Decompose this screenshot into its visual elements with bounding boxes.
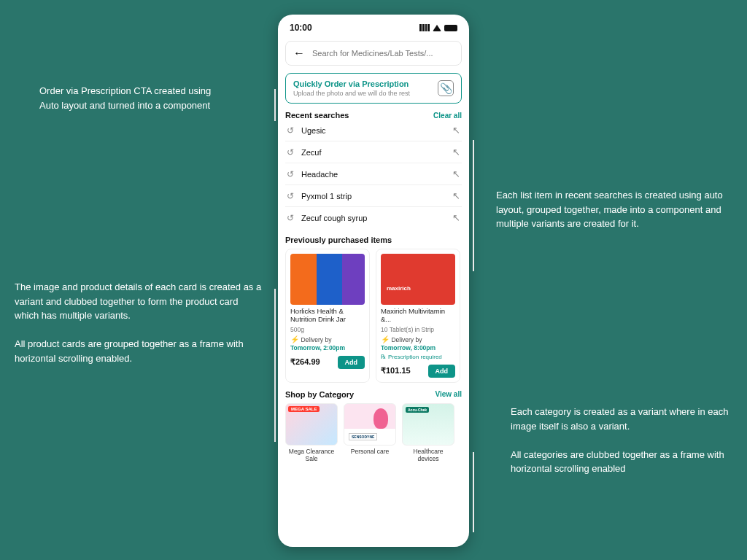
product-delivery: ⚡ Delivery byTomorrow, 2:00pm	[290, 335, 365, 351]
wifi-icon	[433, 25, 441, 31]
status-bar: 10:00	[278, 15, 469, 41]
recent-search-item[interactable]: ↺ Zecuf ↖	[285, 141, 462, 163]
history-icon: ↺	[287, 191, 294, 201]
category-image	[402, 403, 454, 446]
mega-sale-badge: MEGA SALE	[288, 406, 320, 412]
bolt-icon: ⚡	[381, 335, 390, 343]
product-image	[381, 254, 455, 305]
category-item[interactable]: MEGA SALE Mega Clearance Sale	[285, 403, 338, 462]
product-card[interactable]: Maxirich Multivitamin &... 10 Tablet(s) …	[376, 249, 460, 383]
annotation-cta: Order via Prescription CTA created using…	[39, 84, 214, 112]
category-item[interactable]: Healthcare devices	[402, 403, 454, 462]
insert-arrow-icon[interactable]: ↖	[452, 125, 460, 136]
category-row[interactable]: MEGA SALE Mega Clearance Sale Personal c…	[285, 403, 462, 462]
prescription-required: ℞ Prescription required	[381, 354, 455, 360]
category-item[interactable]: Personal care	[344, 403, 396, 462]
history-icon: ↺	[287, 147, 294, 158]
recent-search-item[interactable]: ↺ Zecuf cough syrup ↖	[285, 207, 462, 228]
prev-purchased-title: Previously purchased items	[285, 236, 392, 244]
recent-searches-title: Recent searches	[285, 111, 349, 120]
history-icon: ↺	[287, 125, 294, 136]
recent-search-label: Ugesic	[301, 126, 445, 135]
view-all-button[interactable]: View all	[435, 390, 462, 398]
history-icon: ↺	[287, 169, 294, 179]
clear-all-button[interactable]: Clear all	[433, 112, 462, 120]
product-card-row[interactable]: Horlicks Health & Nutrition Drink Jar 50…	[285, 249, 462, 383]
category-title: Shop by Category	[285, 390, 354, 399]
cta-title: Quickly Order via Prescription	[293, 79, 410, 88]
attachment-icon[interactable]: 📎	[438, 80, 454, 96]
connector-line	[473, 452, 474, 532]
search-input[interactable]	[312, 49, 454, 58]
insert-arrow-icon[interactable]: ↖	[452, 147, 460, 158]
annotation-product-cards: The image and product details of each ca…	[15, 280, 263, 365]
product-name: Maxirich Multivitamin &...	[381, 307, 455, 324]
product-sub: 10 Tablet(s) in Strip	[381, 326, 455, 333]
category-label: Personal care	[351, 448, 389, 455]
phone-mock: 10:00 ← Quickly Order via Prescription U…	[278, 15, 469, 547]
bolt-icon: ⚡	[290, 335, 299, 343]
product-name: Horlicks Health & Nutrition Drink Jar	[290, 307, 365, 324]
status-time: 10:00	[290, 23, 312, 33]
recent-search-item[interactable]: ↺ Headache ↖	[285, 163, 462, 185]
add-button[interactable]: Add	[428, 365, 456, 378]
battery-icon	[444, 25, 457, 31]
back-arrow-icon[interactable]: ←	[293, 47, 305, 60]
product-sub: 500g	[290, 326, 365, 333]
cta-subtitle: Upload the photo and we will do the rest	[293, 90, 410, 97]
recent-search-label: Headache	[301, 170, 445, 179]
rx-icon: ℞	[381, 354, 386, 360]
recent-searches-list: ↺ Ugesic ↖ ↺ Zecuf ↖ ↺ Headache ↖ ↺ Pyxm…	[285, 120, 462, 228]
annotation-categories: Each category is created as a variant wh…	[511, 405, 729, 476]
history-icon: ↺	[287, 213, 294, 223]
status-icons	[419, 24, 457, 31]
category-label: Healthcare devices	[402, 448, 454, 462]
insert-arrow-icon[interactable]: ↖	[452, 212, 460, 223]
connector-line	[274, 89, 276, 121]
annotation-recent-searches: Each list item in recent searches is cre…	[496, 188, 726, 231]
prescription-cta[interactable]: Quickly Order via Prescription Upload th…	[285, 73, 462, 104]
product-price: ₹101.15	[381, 366, 411, 376]
insert-arrow-icon[interactable]: ↖	[452, 168, 460, 179]
recent-search-item[interactable]: ↺ Pyxmol 1 strip ↖	[285, 185, 462, 207]
add-button[interactable]: Add	[338, 356, 365, 369]
content-scroll: Quickly Order via Prescription Upload th…	[278, 73, 469, 547]
connector-line	[274, 289, 276, 442]
product-card[interactable]: Horlicks Health & Nutrition Drink Jar 50…	[285, 249, 370, 383]
product-price: ₹264.99	[290, 357, 320, 367]
category-image: MEGA SALE	[285, 403, 338, 446]
product-image	[290, 254, 365, 305]
recent-search-label: Zecuf cough syrup	[301, 214, 445, 222]
recent-search-item[interactable]: ↺ Ugesic ↖	[285, 120, 462, 141]
insert-arrow-icon[interactable]: ↖	[452, 190, 460, 201]
connector-line	[473, 140, 474, 271]
recent-search-label: Zecuf	[301, 148, 445, 157]
product-delivery: ⚡ Delivery byTomorrow, 8:00pm	[381, 335, 455, 351]
search-box[interactable]: ←	[285, 41, 462, 66]
category-image	[344, 403, 396, 446]
category-label: Mega Clearance Sale	[285, 448, 338, 462]
signal-icon	[419, 24, 430, 31]
recent-search-label: Pyxmol 1 strip	[301, 192, 445, 201]
